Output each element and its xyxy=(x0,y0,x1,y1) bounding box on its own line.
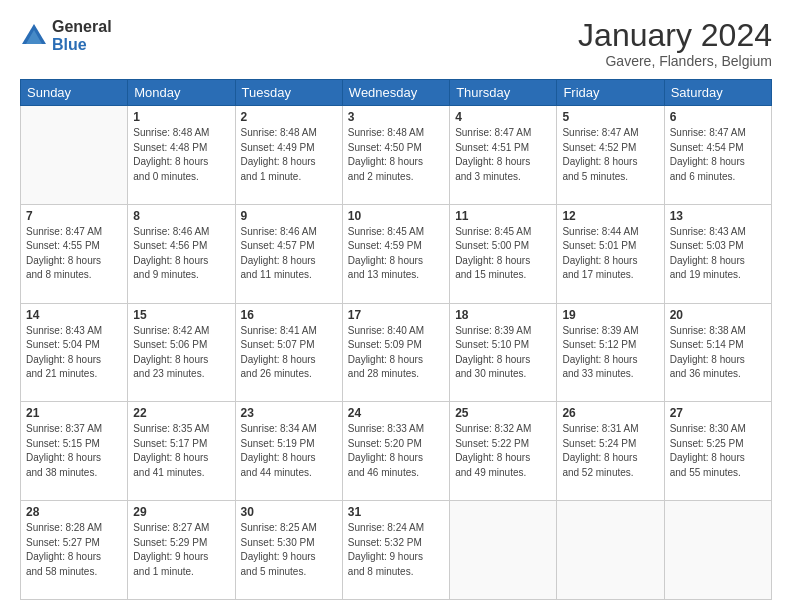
calendar-week-row: 14Sunrise: 8:43 AMSunset: 5:04 PMDayligh… xyxy=(21,303,772,402)
cell-content: Sunrise: 8:30 AMSunset: 5:25 PMDaylight:… xyxy=(670,422,766,480)
day-number: 23 xyxy=(241,406,337,420)
day-header-friday: Friday xyxy=(557,80,664,106)
day-number: 19 xyxy=(562,308,658,322)
cell-content: Sunrise: 8:47 AMSunset: 4:52 PMDaylight:… xyxy=(562,126,658,184)
calendar-cell: 23Sunrise: 8:34 AMSunset: 5:19 PMDayligh… xyxy=(235,402,342,501)
calendar-cell: 26Sunrise: 8:31 AMSunset: 5:24 PMDayligh… xyxy=(557,402,664,501)
day-number: 29 xyxy=(133,505,229,519)
day-number: 31 xyxy=(348,505,444,519)
calendar-week-row: 1Sunrise: 8:48 AMSunset: 4:48 PMDaylight… xyxy=(21,106,772,205)
calendar-cell: 21Sunrise: 8:37 AMSunset: 5:15 PMDayligh… xyxy=(21,402,128,501)
calendar-cell: 6Sunrise: 8:47 AMSunset: 4:54 PMDaylight… xyxy=(664,106,771,205)
calendar-cell: 7Sunrise: 8:47 AMSunset: 4:55 PMDaylight… xyxy=(21,204,128,303)
day-header-sunday: Sunday xyxy=(21,80,128,106)
day-number: 4 xyxy=(455,110,551,124)
cell-content: Sunrise: 8:31 AMSunset: 5:24 PMDaylight:… xyxy=(562,422,658,480)
day-number: 13 xyxy=(670,209,766,223)
day-number: 24 xyxy=(348,406,444,420)
logo-icon xyxy=(20,22,48,50)
cell-content: Sunrise: 8:44 AMSunset: 5:01 PMDaylight:… xyxy=(562,225,658,283)
calendar-cell: 4Sunrise: 8:47 AMSunset: 4:51 PMDaylight… xyxy=(450,106,557,205)
day-number: 3 xyxy=(348,110,444,124)
calendar-cell: 3Sunrise: 8:48 AMSunset: 4:50 PMDaylight… xyxy=(342,106,449,205)
cell-content: Sunrise: 8:37 AMSunset: 5:15 PMDaylight:… xyxy=(26,422,122,480)
main-title: January 2024 xyxy=(578,18,772,53)
cell-content: Sunrise: 8:39 AMSunset: 5:10 PMDaylight:… xyxy=(455,324,551,382)
calendar-cell: 22Sunrise: 8:35 AMSunset: 5:17 PMDayligh… xyxy=(128,402,235,501)
day-number: 17 xyxy=(348,308,444,322)
cell-content: Sunrise: 8:24 AMSunset: 5:32 PMDaylight:… xyxy=(348,521,444,579)
title-block: January 2024 Gavere, Flanders, Belgium xyxy=(578,18,772,69)
calendar-cell: 25Sunrise: 8:32 AMSunset: 5:22 PMDayligh… xyxy=(450,402,557,501)
cell-content: Sunrise: 8:48 AMSunset: 4:48 PMDaylight:… xyxy=(133,126,229,184)
calendar-cell: 2Sunrise: 8:48 AMSunset: 4:49 PMDaylight… xyxy=(235,106,342,205)
calendar-header-row: SundayMondayTuesdayWednesdayThursdayFrid… xyxy=(21,80,772,106)
day-header-wednesday: Wednesday xyxy=(342,80,449,106)
cell-content: Sunrise: 8:48 AMSunset: 4:49 PMDaylight:… xyxy=(241,126,337,184)
cell-content: Sunrise: 8:34 AMSunset: 5:19 PMDaylight:… xyxy=(241,422,337,480)
calendar-cell: 14Sunrise: 8:43 AMSunset: 5:04 PMDayligh… xyxy=(21,303,128,402)
calendar-table: SundayMondayTuesdayWednesdayThursdayFrid… xyxy=(20,79,772,600)
day-number: 27 xyxy=(670,406,766,420)
day-number: 2 xyxy=(241,110,337,124)
day-header-tuesday: Tuesday xyxy=(235,80,342,106)
calendar-cell: 27Sunrise: 8:30 AMSunset: 5:25 PMDayligh… xyxy=(664,402,771,501)
calendar-week-row: 7Sunrise: 8:47 AMSunset: 4:55 PMDaylight… xyxy=(21,204,772,303)
cell-content: Sunrise: 8:35 AMSunset: 5:17 PMDaylight:… xyxy=(133,422,229,480)
header: General Blue January 2024 Gavere, Flande… xyxy=(20,18,772,69)
cell-content: Sunrise: 8:46 AMSunset: 4:56 PMDaylight:… xyxy=(133,225,229,283)
cell-content: Sunrise: 8:38 AMSunset: 5:14 PMDaylight:… xyxy=(670,324,766,382)
day-number: 20 xyxy=(670,308,766,322)
calendar-cell: 13Sunrise: 8:43 AMSunset: 5:03 PMDayligh… xyxy=(664,204,771,303)
calendar-cell: 15Sunrise: 8:42 AMSunset: 5:06 PMDayligh… xyxy=(128,303,235,402)
day-number: 8 xyxy=(133,209,229,223)
calendar-cell: 24Sunrise: 8:33 AMSunset: 5:20 PMDayligh… xyxy=(342,402,449,501)
cell-content: Sunrise: 8:28 AMSunset: 5:27 PMDaylight:… xyxy=(26,521,122,579)
cell-content: Sunrise: 8:47 AMSunset: 4:55 PMDaylight:… xyxy=(26,225,122,283)
calendar-cell: 28Sunrise: 8:28 AMSunset: 5:27 PMDayligh… xyxy=(21,501,128,600)
calendar-cell: 11Sunrise: 8:45 AMSunset: 5:00 PMDayligh… xyxy=(450,204,557,303)
cell-content: Sunrise: 8:47 AMSunset: 4:51 PMDaylight:… xyxy=(455,126,551,184)
day-number: 15 xyxy=(133,308,229,322)
day-number: 28 xyxy=(26,505,122,519)
logo-blue: Blue xyxy=(52,36,112,54)
day-number: 6 xyxy=(670,110,766,124)
calendar-cell: 30Sunrise: 8:25 AMSunset: 5:30 PMDayligh… xyxy=(235,501,342,600)
calendar-cell xyxy=(450,501,557,600)
cell-content: Sunrise: 8:48 AMSunset: 4:50 PMDaylight:… xyxy=(348,126,444,184)
calendar-cell: 1Sunrise: 8:48 AMSunset: 4:48 PMDaylight… xyxy=(128,106,235,205)
cell-content: Sunrise: 8:46 AMSunset: 4:57 PMDaylight:… xyxy=(241,225,337,283)
cell-content: Sunrise: 8:32 AMSunset: 5:22 PMDaylight:… xyxy=(455,422,551,480)
calendar-cell xyxy=(664,501,771,600)
day-number: 9 xyxy=(241,209,337,223)
calendar-cell: 9Sunrise: 8:46 AMSunset: 4:57 PMDaylight… xyxy=(235,204,342,303)
calendar-cell: 29Sunrise: 8:27 AMSunset: 5:29 PMDayligh… xyxy=(128,501,235,600)
cell-content: Sunrise: 8:45 AMSunset: 5:00 PMDaylight:… xyxy=(455,225,551,283)
subtitle: Gavere, Flanders, Belgium xyxy=(578,53,772,69)
day-header-saturday: Saturday xyxy=(664,80,771,106)
cell-content: Sunrise: 8:41 AMSunset: 5:07 PMDaylight:… xyxy=(241,324,337,382)
day-number: 26 xyxy=(562,406,658,420)
cell-content: Sunrise: 8:45 AMSunset: 4:59 PMDaylight:… xyxy=(348,225,444,283)
calendar-cell: 10Sunrise: 8:45 AMSunset: 4:59 PMDayligh… xyxy=(342,204,449,303)
calendar-cell: 16Sunrise: 8:41 AMSunset: 5:07 PMDayligh… xyxy=(235,303,342,402)
calendar-cell xyxy=(557,501,664,600)
day-number: 25 xyxy=(455,406,551,420)
calendar-cell: 17Sunrise: 8:40 AMSunset: 5:09 PMDayligh… xyxy=(342,303,449,402)
day-number: 18 xyxy=(455,308,551,322)
cell-content: Sunrise: 8:25 AMSunset: 5:30 PMDaylight:… xyxy=(241,521,337,579)
calendar-cell: 19Sunrise: 8:39 AMSunset: 5:12 PMDayligh… xyxy=(557,303,664,402)
calendar-cell: 20Sunrise: 8:38 AMSunset: 5:14 PMDayligh… xyxy=(664,303,771,402)
calendar-cell: 12Sunrise: 8:44 AMSunset: 5:01 PMDayligh… xyxy=(557,204,664,303)
calendar-cell: 31Sunrise: 8:24 AMSunset: 5:32 PMDayligh… xyxy=(342,501,449,600)
cell-content: Sunrise: 8:47 AMSunset: 4:54 PMDaylight:… xyxy=(670,126,766,184)
cell-content: Sunrise: 8:43 AMSunset: 5:04 PMDaylight:… xyxy=(26,324,122,382)
cell-content: Sunrise: 8:27 AMSunset: 5:29 PMDaylight:… xyxy=(133,521,229,579)
day-number: 10 xyxy=(348,209,444,223)
logo-text: General Blue xyxy=(52,18,112,53)
cell-content: Sunrise: 8:33 AMSunset: 5:20 PMDaylight:… xyxy=(348,422,444,480)
calendar-cell xyxy=(21,106,128,205)
day-number: 5 xyxy=(562,110,658,124)
day-number: 16 xyxy=(241,308,337,322)
calendar-cell: 5Sunrise: 8:47 AMSunset: 4:52 PMDaylight… xyxy=(557,106,664,205)
